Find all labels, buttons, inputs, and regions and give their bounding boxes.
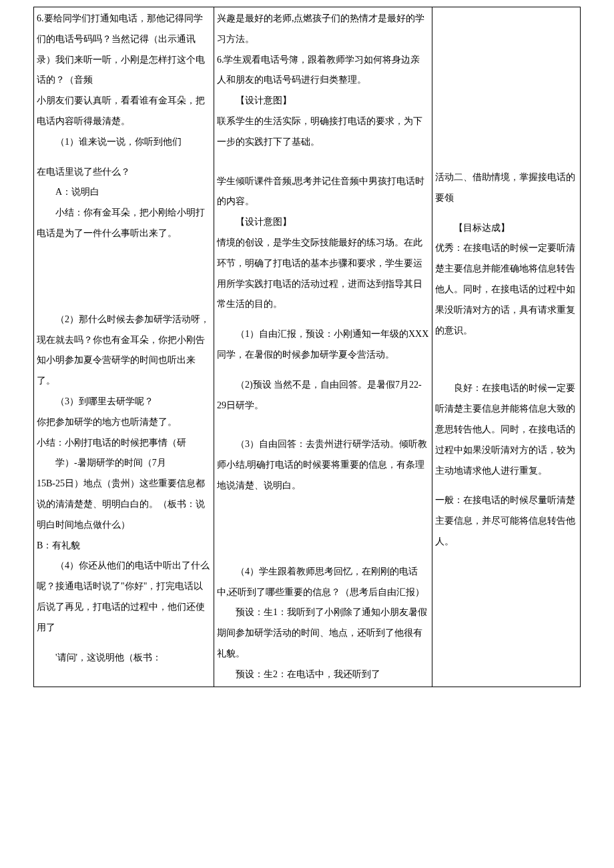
text-block: 小朋友们要认真听，看看谁有金耳朵，把电话内容听得最清楚。	[37, 91, 211, 132]
text-block: 在电话里说了些什么？	[37, 162, 211, 183]
text-block: 15B-25日）地点（贵州）这些重要信息都说的清清楚楚、明明白白的。（板书：说明…	[37, 474, 211, 535]
text-block: 兴趣是最好的老师,点燃孩子们的热情才是最好的学习方法。	[217, 9, 429, 50]
column-teacher-activity: 6.要给同学们打通知电话，那他记得同学们的电话号码吗？当然记得（出示通讯录）我们…	[34, 7, 214, 687]
text-block: （4）你还从他们的电话中听出了什么呢？接通电话时说了"你好"，打完电话以后说了再…	[37, 556, 211, 638]
text-block: （2)预设 当然不是，自由回答。是暑假7月22-29日研学。	[217, 375, 429, 416]
text-block: （1）谁来说一说，你听到他们	[37, 132, 211, 153]
text-block: 学生倾听课件音频,思考并记住音频中男孩打电话时的内容。	[217, 171, 429, 213]
goal-achievement-label: 【目标达成】	[435, 218, 577, 239]
text-block: 联系学生的生活实际，明确接打电话的要求，为下一步的实践打下了基础。	[217, 111, 429, 153]
text-block: （3）自由回答：去贵州进行研学活动。倾听教师小结,明确打电话的时候要将重要的信息…	[217, 434, 429, 496]
text-block: 你把参加研学的地方也听清楚了。	[37, 412, 211, 433]
column-student-activity: 兴趣是最好的老师,点燃孩子们的热情才是最好的学习方法。 6.学生观看电话号簿，跟…	[214, 7, 432, 687]
text-block: 优秀：在接电话的时候一定要听清楚主要信息并能准确地将信息转告他人。同时，在接电话…	[435, 238, 577, 341]
design-intent-label: 【设计意图】	[217, 212, 429, 233]
text-block: （1）自由汇报，预设：小刚通知一年级的XXX同学，在暑假的时候参加研学夏令营活动…	[217, 324, 429, 366]
activity-heading: 活动二、借助情境，掌握接电话的要领	[435, 167, 577, 209]
text-block: 情境的创设，是学生交际技能最好的练习场。在此环节，明确了打电话的基本步骤和要求，…	[217, 233, 429, 315]
text-block: '请问'，这说明他（板书：	[37, 648, 211, 669]
text-block: 良好：在接电话的时候一定要听清楚主要信息并能将信息大致的意思转告他人。同时，在接…	[435, 378, 577, 481]
text-block: A：说明白	[37, 182, 211, 203]
text-block: 学）-暑期研学的时间（7月	[37, 453, 211, 474]
lesson-plan-table: 6.要给同学们打通知电话，那他记得同学们的电话号码吗？当然记得（出示通讯录）我们…	[33, 7, 581, 687]
design-intent-label: 【设计意图】	[217, 91, 429, 111]
text-block: 小结：小刚打电话的时候把事情（研	[37, 433, 211, 454]
text-block: （3）到哪里去研学呢？	[37, 392, 211, 412]
text-block: B：有礼貌	[37, 536, 211, 556]
text-block: 一般：在接电话的时候尽量听清楚主要信息，并尽可能将信息转告他人。	[435, 490, 577, 552]
text-block: 预设：生1：我听到了小刚除了通知小朋友暑假期间参加研学活动的时间、地点，还听到了…	[217, 602, 429, 664]
text-block: （2）那什么时候去参加研学活动呀，现在就去吗？你也有金耳朵，你把小刚告知小明参加…	[37, 310, 211, 392]
text-block: （4）学生跟着教师思考回忆，在刚刚的电话中,还听到了哪些重要的信息？（思考后自由…	[217, 562, 429, 603]
text-block: 预设：生2：在电话中，我还听到了	[217, 665, 429, 685]
text-block: 6.要给同学们打通知电话，那他记得同学们的电话号码吗？当然记得（出示通讯录）我们…	[37, 9, 211, 91]
column-assessment: 活动二、借助情境，掌握接电话的要领 【目标达成】 优秀：在接电话的时候一定要听清…	[432, 7, 580, 687]
text-block: 6.学生观看电话号簿，跟着教师学习如何将身边亲人和朋友的电话号码进行归类整理。	[217, 50, 429, 91]
text-block: 小结：你有金耳朵，把小刚给小明打电话是为了一件什么事听出来了。	[37, 203, 211, 244]
